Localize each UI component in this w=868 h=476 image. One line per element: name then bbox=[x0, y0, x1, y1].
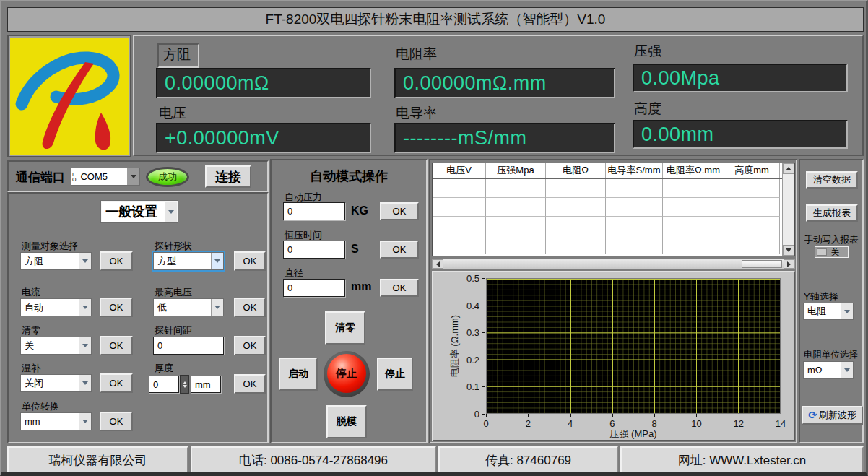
general-settings-section: 一般设置 测量对象选择 方阻 OK 电流 自动 OK 清零 关 OK 温补 关闭… bbox=[7, 192, 269, 443]
x-axis-label: 压强 (MPa) bbox=[610, 428, 657, 441]
thickness-unit-box[interactable]: mm bbox=[191, 376, 221, 393]
probe-shape-ok-button[interactable]: OK bbox=[234, 251, 266, 271]
y-axis-select-value: 电阻 bbox=[804, 305, 841, 318]
measure-object-select[interactable]: 方阻 bbox=[20, 252, 92, 270]
chevron-down-icon[interactable] bbox=[127, 168, 139, 185]
zeroing-value: 关 bbox=[21, 339, 79, 352]
table-cell bbox=[724, 198, 780, 217]
settings-mode-select[interactable]: 一般设置 bbox=[101, 201, 178, 222]
chart-plot-area bbox=[486, 278, 781, 414]
table-cell bbox=[486, 217, 546, 235]
x-tick-mark bbox=[696, 414, 697, 417]
chevron-down-icon[interactable] bbox=[79, 413, 91, 430]
title-bar: FT-8200双电四探针粉末电阻率测试系统（智能型）V1.0 bbox=[7, 7, 864, 32]
x-tick-mark bbox=[570, 414, 571, 417]
toggle-knob[interactable] bbox=[817, 248, 827, 256]
chevron-down-icon[interactable] bbox=[211, 253, 223, 269]
stepper-up-icon[interactable] bbox=[183, 381, 187, 384]
pressure-label: 压强 bbox=[634, 42, 661, 61]
hold-time-ok-button[interactable]: OK bbox=[380, 241, 419, 259]
demold-button[interactable]: 脱模 bbox=[326, 405, 367, 438]
max-voltage-ok-button[interactable]: OK bbox=[234, 298, 266, 317]
x-tick-label: 10 bbox=[691, 418, 701, 429]
manual-report-toggle[interactable]: 关 bbox=[815, 246, 849, 258]
stepper-down-icon[interactable] bbox=[183, 385, 187, 388]
measure-object-ok-button[interactable]: OK bbox=[100, 251, 133, 271]
scroll-right-icon[interactable] bbox=[784, 259, 794, 269]
chevron-down-icon[interactable] bbox=[211, 299, 223, 316]
resistance-unit-value: mΩ bbox=[804, 365, 841, 376]
stop-button[interactable]: 停止 bbox=[377, 358, 413, 391]
probe-shape-value: 方型 bbox=[154, 255, 211, 268]
page-title: FT-8200双电四探针粉末电阻率测试系统（智能型）V1.0 bbox=[266, 10, 606, 29]
max-voltage-select[interactable]: 低 bbox=[153, 298, 224, 316]
emergency-stop-button[interactable]: 停止 bbox=[327, 354, 366, 393]
chevron-down-icon[interactable] bbox=[79, 253, 91, 269]
measure-object-label: 测量对象选择 bbox=[22, 240, 78, 253]
y-tick-mark bbox=[482, 386, 485, 387]
temp-comp-label: 温补 bbox=[22, 362, 40, 375]
comm-port-label: 通信端口 bbox=[16, 169, 65, 186]
diameter-ok-button[interactable]: OK bbox=[380, 279, 419, 297]
hscroll-thumb[interactable] bbox=[742, 260, 782, 268]
probe-spacing-input[interactable] bbox=[153, 337, 224, 355]
table-cell bbox=[606, 179, 663, 198]
measurement-display-panel: 方阻 0.00000mΩ 电压 +0.00000mV 电阻率 0.00000mΩ… bbox=[133, 35, 864, 156]
probe-shape-label: 探针形状 bbox=[155, 240, 192, 253]
footer-fax: 传真: 87460769 bbox=[485, 452, 571, 469]
y-tick-label: 0.2 bbox=[466, 354, 479, 365]
refresh-icon: ⟳ bbox=[808, 409, 817, 422]
chevron-down-icon[interactable] bbox=[79, 299, 91, 316]
thickness-ok-button[interactable]: OK bbox=[234, 374, 266, 394]
hscroll-track[interactable] bbox=[443, 259, 784, 269]
thickness-stepper[interactable] bbox=[180, 375, 189, 394]
generate-report-button[interactable]: 生成报表 bbox=[806, 204, 858, 222]
table-cell bbox=[486, 179, 546, 198]
chevron-down-icon[interactable] bbox=[79, 337, 91, 354]
hold-time-input[interactable] bbox=[283, 241, 345, 259]
diameter-input[interactable] bbox=[283, 279, 345, 297]
unit-convert-select[interactable]: mm bbox=[20, 412, 92, 430]
clear-data-button[interactable]: 清空数据 bbox=[806, 171, 858, 189]
waveform-chart: 02468101214 00.10.20.30.40.5 压强 (MPa) 电阻… bbox=[432, 271, 795, 441]
resistance-unit-select[interactable]: mΩ bbox=[803, 361, 854, 379]
zeroing-ok-button[interactable]: OK bbox=[100, 336, 133, 355]
voltage-label: 电压 bbox=[159, 104, 186, 123]
chevron-down-icon[interactable] bbox=[79, 375, 91, 391]
chevron-down-icon[interactable] bbox=[841, 362, 853, 378]
probe-shape-select[interactable]: 方型 bbox=[153, 252, 224, 270]
probe-spacing-ok-button[interactable]: OK bbox=[234, 336, 266, 355]
scroll-up-icon[interactable] bbox=[783, 163, 794, 174]
table-vertical-scrollbar[interactable] bbox=[782, 163, 794, 256]
temp-comp-ok-button[interactable]: OK bbox=[100, 373, 133, 393]
auto-pressure-input[interactable] bbox=[283, 202, 345, 220]
table-row bbox=[433, 179, 782, 198]
start-button[interactable]: 启动 bbox=[279, 358, 318, 391]
chevron-down-icon[interactable] bbox=[165, 202, 177, 222]
footer-phone-cell: 电话: 0086-0574-27868496 bbox=[191, 446, 436, 474]
table-cell bbox=[724, 235, 780, 254]
sheet-resistance-value: 0.00000mΩ bbox=[156, 68, 371, 98]
refresh-waveform-button[interactable]: ⟳ 刷新波形 bbox=[802, 406, 863, 425]
auto-mode-title: 自动模式操作 bbox=[272, 168, 426, 185]
y-tick-mark bbox=[482, 332, 485, 333]
y-axis-select[interactable]: 电阻 bbox=[803, 303, 854, 320]
status-led: 成功 bbox=[146, 167, 189, 187]
scroll-left-icon[interactable] bbox=[433, 259, 443, 269]
table-horizontal-scrollbar[interactable] bbox=[432, 259, 795, 269]
temp-comp-select[interactable]: 关闭 bbox=[20, 374, 92, 392]
connect-button[interactable]: 连接 bbox=[205, 165, 251, 188]
current-select[interactable]: 自动 bbox=[20, 298, 92, 316]
chevron-down-icon[interactable] bbox=[841, 303, 853, 319]
unit-convert-ok-button[interactable]: OK bbox=[100, 412, 133, 431]
current-ok-button[interactable]: OK bbox=[100, 298, 133, 317]
auto-pressure-ok-button[interactable]: OK bbox=[380, 202, 419, 220]
zeroing-select[interactable]: 关 bbox=[20, 337, 92, 355]
x-tick-label: 4 bbox=[568, 418, 573, 429]
comm-port-select[interactable]: IO COM5 bbox=[71, 168, 140, 186]
y-tick-label: 0 bbox=[474, 409, 479, 420]
y-tick-label: 0.3 bbox=[466, 327, 479, 338]
thickness-input[interactable] bbox=[149, 376, 179, 393]
zero-button[interactable]: 清零 bbox=[325, 311, 365, 345]
scroll-down-icon[interactable] bbox=[783, 245, 794, 256]
